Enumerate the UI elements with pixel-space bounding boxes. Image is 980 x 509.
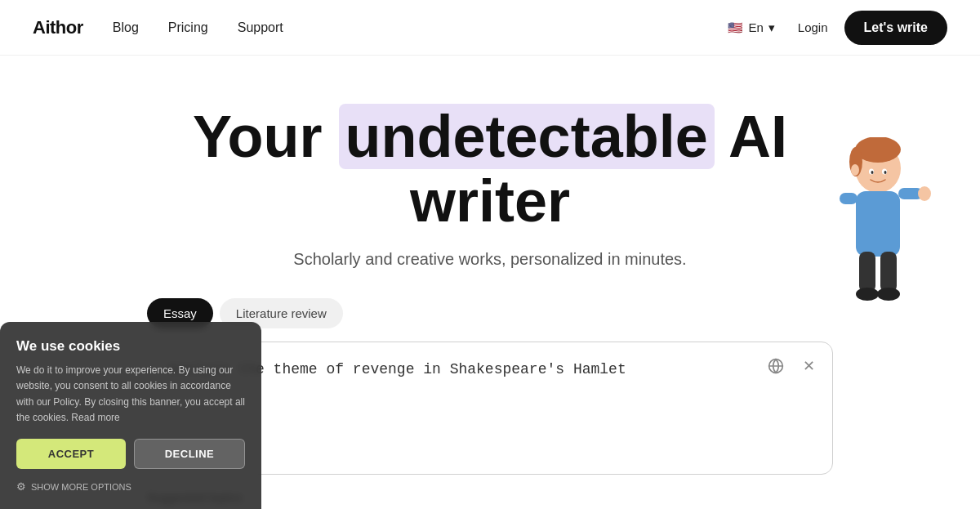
nav-left: Aithor Blog Pricing Support: [33, 17, 283, 38]
cookie-title: We use cookies: [16, 338, 245, 355]
nav-link-blog[interactable]: Blog: [113, 20, 139, 35]
nav-link-pricing[interactable]: Pricing: [168, 20, 208, 35]
language-selector[interactable]: 🇺🇸 En ▾: [721, 16, 781, 40]
logo[interactable]: Aithor: [33, 17, 83, 38]
chevron-down-icon: ▾: [768, 20, 775, 35]
decline-button[interactable]: DECLINE: [134, 439, 245, 469]
cookie-banner: We use cookies We do it to improve your …: [0, 322, 261, 509]
svg-point-12: [856, 288, 879, 301]
svg-point-9: [918, 186, 931, 201]
svg-rect-11: [880, 252, 897, 292]
language-label: En: [748, 20, 763, 34]
search-icons: ✕: [764, 355, 820, 377]
nav-right: 🇺🇸 En ▾ Login Let's write: [721, 11, 947, 45]
show-more-label: SHOW MORE OPTIONS: [31, 482, 131, 492]
svg-point-13: [877, 288, 900, 301]
hero-title-before: Your: [193, 104, 339, 169]
svg-point-17: [884, 171, 887, 174]
svg-rect-7: [840, 193, 858, 204]
navbar: Aithor Blog Pricing Support 🇺🇸 En ▾ Logi…: [0, 0, 980, 56]
hero-title: Your undetectable AI writer: [122, 105, 858, 234]
accept-button[interactable]: ACCEPT: [16, 439, 126, 469]
hero-subtitle: Scholarly and creative works, personaliz…: [293, 250, 686, 269]
character-illustration: [825, 137, 931, 301]
cookie-text: We do it to improve your experience. By …: [16, 363, 245, 426]
svg-rect-10: [859, 252, 875, 292]
show-more-options[interactable]: ⚙ SHOW MORE OPTIONS: [16, 480, 245, 493]
nav-link-support[interactable]: Support: [238, 20, 283, 35]
svg-rect-6: [856, 191, 900, 257]
close-icon[interactable]: ✕: [797, 355, 820, 377]
login-button[interactable]: Login: [798, 20, 828, 34]
globe-icon[interactable]: [764, 355, 787, 377]
hero-title-highlight: undetectable: [339, 104, 715, 169]
flag-icon: 🇺🇸: [728, 20, 743, 35]
cookie-buttons: ACCEPT DECLINE: [16, 439, 245, 469]
svg-point-16: [871, 171, 874, 174]
gear-icon: ⚙: [16, 480, 26, 493]
lets-write-button[interactable]: Let's write: [844, 11, 948, 45]
svg-point-5: [851, 164, 859, 176]
